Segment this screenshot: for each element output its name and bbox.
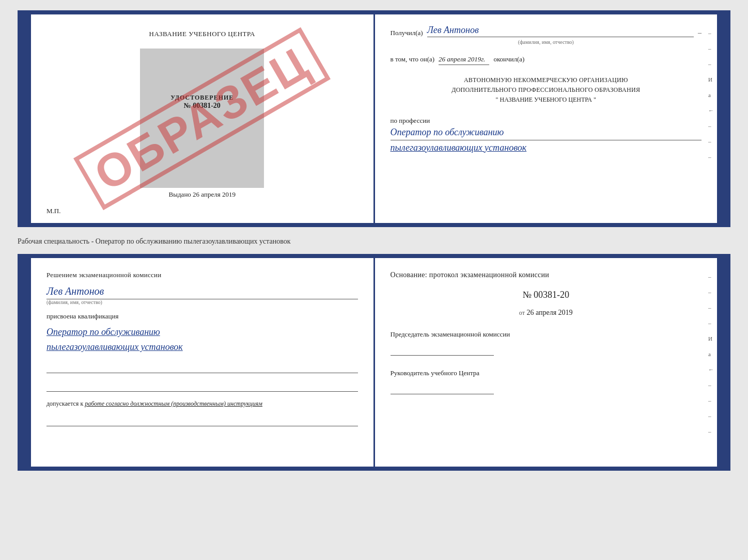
recipient-line: Получил(а) Лев Антонов – [391,25,702,37]
school-name-top: НАЗВАНИЕ УЧЕБНОГО ЦЕНТРА [149,30,255,38]
protocol-number: № 00381-20 [391,290,702,300]
decision-text: Решением экзаменационной комиссии [46,271,358,279]
cert-number: № 00381-20 [170,102,233,110]
bottom-right-panel: Основание: протокол экзаменационной коми… [375,258,718,467]
chairman-title: Председатель экзаменационной комиссии [391,330,702,339]
bottom-left-panel: Решением экзаменационной комиссии Лев Ан… [31,258,375,467]
blank-line-2 [46,381,358,392]
fio-label-top: (фамилия, имя, отчество) [391,39,702,45]
rukov-block: Руководитель учебного Центра [391,369,702,394]
top-certificate-book: НАЗВАНИЕ УЧЕБНОГО ЦЕНТРА УДОСТОВЕРЕНИЕ №… [18,10,730,227]
recipient-block: Получил(а) Лев Антонов – (фамилия, имя, … [391,25,702,45]
cert-issued-line: Выдано 26 апреля 2019 [169,190,236,199]
qual-block: Оператор по обслуживанию пылегазоулавлив… [46,325,358,355]
dopusk-prefix: допускается к [46,400,83,407]
date-line: в том, что он(а) 26 апреля 2019г. окончи… [391,55,702,65]
finished-label: окончил(а) [493,55,524,63]
osnov-text: Основание: протокол экзаменационной коми… [391,271,702,279]
protocol-date: 26 апреля 2019 [526,309,572,316]
qual-value-1: Оператор по обслуживанию [46,327,358,340]
profession-value-2: пылегазоулавливающих установок [391,142,702,155]
received-label: Получил(а) [391,29,423,37]
date-value: 26 апреля 2019г. [439,55,489,65]
dopusk-value: работе согласно должностным (производств… [85,400,262,407]
document-container: НАЗВАНИЕ УЧЕБНОГО ЦЕНТРА УДОСТОВЕРЕНИЕ №… [18,10,730,471]
cert-title-overlay: УДОСТОВЕРЕНИЕ № 00381-20 [170,94,233,110]
bottom-person-block: Лев Антонов (фамилия, имя, отчество) [46,283,358,305]
protocol-date-line: от 26 апреля 2019 [391,309,702,317]
date-prefix: в том, что он(а) [391,55,435,63]
assigned-text: присвоена квалификация [46,312,358,321]
bottom-certificate-book: Решением экзаменационной комиссии Лев Ан… [18,254,730,471]
spine-left-bottom [22,258,31,467]
spine-right-top [717,14,726,223]
cert-photo-placeholder [140,49,264,188]
profession-value-1: Оператор по обслуживанию [391,127,702,140]
bottom-person-name: Лев Антонов [46,285,358,299]
recipient-name: Лев Антонов [427,25,694,37]
cert-photo-block: УДОСТОВЕРЕНИЕ № 00381-20 [140,46,264,185]
profession-label: по профессии [391,117,702,125]
spine-right-bottom [717,258,726,467]
issued-label: Выдано [169,190,191,198]
chairman-sign-line [391,343,494,356]
rukov-title: Руководитель учебного Центра [391,369,702,377]
dopusk-text: допускается к работе согласно должностны… [46,400,358,408]
blank-line-1 [46,363,358,373]
profession-block: по профессии Оператор по обслуживанию пы… [391,111,702,155]
issued-date: 26 апреля 2019 [193,190,236,198]
recipient-dash: – [698,29,702,37]
side-marks-top: – – – И а ← – – – [708,30,714,160]
separator-text: Рабочая специальность - Оператор по обсл… [18,233,291,248]
qual-value-2: пылегазоулавливающих установок [46,342,358,355]
blank-line-3 [46,416,358,426]
org-line3: " НАЗВАНИЕ УЧЕБНОГО ЦЕНТРА " [391,95,702,105]
rukov-sign-line [391,381,494,394]
chairman-block: Председатель экзаменационной комиссии [391,330,702,356]
bottom-fio-label: (фамилия, имя, отчество) [46,299,358,305]
side-marks-bottom: – – – – И а ← – – – – [708,274,714,435]
cert-left-panel: НАЗВАНИЕ УЧЕБНОГО ЦЕНТРА УДОСТОВЕРЕНИЕ №… [31,14,375,223]
mp-label: М.П. [46,207,60,215]
spine-left-top [22,14,31,223]
ot-label: от [519,309,525,316]
cert-label: УДОСТОВЕРЕНИЕ [170,94,233,102]
org-block: АВТОНОМНУЮ НЕКОММЕРЧЕСКУЮ ОРГАНИЗАЦИЮ ДО… [391,75,702,105]
org-line1: АВТОНОМНУЮ НЕКОММЕРЧЕСКУЮ ОРГАНИЗАЦИЮ [391,75,702,85]
cert-right-panel: Получил(а) Лев Антонов – (фамилия, имя, … [375,14,718,223]
org-line2: ДОПОЛНИТЕЛЬНОГО ПРОФЕССИОНАЛЬНОГО ОБРАЗО… [391,85,702,95]
